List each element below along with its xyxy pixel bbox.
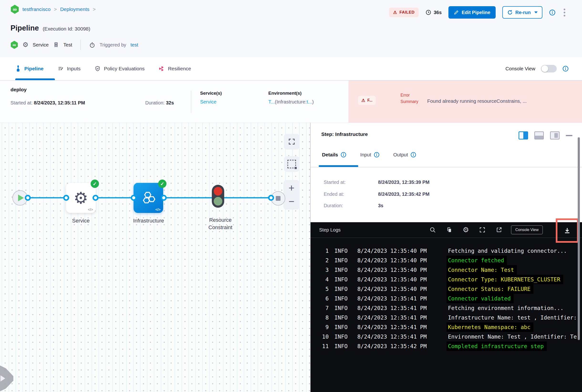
canvas-select-button[interactable] xyxy=(284,156,300,172)
triggered-by-user-link[interactable]: test xyxy=(131,42,138,48)
stage-summary: deploy Started at: 8/24/2023, 12:35:11 P… xyxy=(0,80,582,123)
console-view-toggle[interactable] xyxy=(541,65,557,72)
detail-duration-value: 3s xyxy=(378,203,383,208)
breadcrumb-separator: > xyxy=(54,6,57,12)
header: ∞ testfrancisco > Deployments > ⚠ FAILED… xyxy=(0,0,582,57)
log-line: 7INFO8/24/2023 12:35:41 PMFetching envir… xyxy=(311,303,582,313)
traffic-light-red xyxy=(214,187,222,196)
tab-inputs-label: Inputs xyxy=(67,66,81,72)
tab-details[interactable]: Details xyxy=(322,152,346,158)
code-badge: </> xyxy=(88,208,93,212)
stage-duration: Duration: 32s xyxy=(145,100,174,106)
resilience-chaos-icon xyxy=(158,66,165,72)
rerun-label: Re-run xyxy=(515,10,531,15)
breadcrumb-project-link[interactable]: testfrancisco xyxy=(23,6,51,12)
main-content: + − ⚙ </> ✓ Service xyxy=(0,123,582,392)
chevron-down-icon xyxy=(534,12,538,13)
code-badge: </> xyxy=(155,208,161,212)
console-view-label: Console View xyxy=(505,66,535,72)
layout-floating-button[interactable] xyxy=(550,132,559,140)
connector-port xyxy=(161,195,167,201)
tab-pipeline[interactable]: Pipeline xyxy=(15,65,44,72)
stage-duration-value: 32s xyxy=(166,100,174,106)
search-icon[interactable] xyxy=(429,226,436,233)
title-row: Pipeline (Execution Id: 30098) xyxy=(11,24,90,32)
zoom-out-button[interactable]: − xyxy=(289,196,295,206)
tab-resilience-label: Resilience xyxy=(168,66,191,72)
environments-block: Environment(s) T...(Infrastructure:t...) xyxy=(268,90,314,105)
log-console-view-button[interactable]: Console View xyxy=(511,225,543,234)
log-line: 1INFO8/24/2023 12:35:40 PMFetching and v… xyxy=(311,246,582,256)
log-fullscreen-icon[interactable] xyxy=(479,226,486,233)
tab-pipeline-label: Pipeline xyxy=(24,66,44,72)
step-detail-panel: Step: Infrastructure Details Input Outpu… xyxy=(310,123,582,392)
open-external-icon[interactable] xyxy=(496,226,502,233)
edit-pipeline-label: Edit Pipeline xyxy=(462,10,490,15)
tab-input[interactable]: Input xyxy=(360,152,379,158)
input-info-icon[interactable] xyxy=(374,152,379,158)
tab-policy-evaluations-label: Policy Evaluations xyxy=(104,66,145,72)
execution-tabbar: Pipeline Inputs Policy Evaluations Resil… xyxy=(0,57,582,80)
infrastructure-link[interactable]: t... xyxy=(307,99,312,104)
warning-icon: ⚠ xyxy=(393,10,397,14)
layout-split-bottom-button[interactable] xyxy=(534,132,544,140)
output-info-icon[interactable] xyxy=(410,152,416,158)
service-link[interactable]: Service xyxy=(200,99,216,104)
tab-input-label: Input xyxy=(360,152,371,158)
stage-started: Started at: 8/24/2023, 12:35:11 PM xyxy=(11,100,85,106)
node-resource-constraint[interactable] xyxy=(212,185,224,208)
download-logs-icon[interactable] xyxy=(563,227,571,234)
tab-inputs[interactable]: Inputs xyxy=(58,66,81,72)
marquee-select-icon xyxy=(287,160,296,168)
status-badge-label: FAILED xyxy=(399,10,415,15)
environments-label: Environment(s) xyxy=(268,90,314,96)
status-badge: ⚠ FAILED xyxy=(389,8,419,17)
detail-started-value: 8/24/2023, 12:35:39 PM xyxy=(378,180,430,185)
detail-duration-row: Duration: 3s xyxy=(324,203,343,208)
log-line: 2INFO8/24/2023 12:35:40 PMConnector fetc… xyxy=(311,256,582,265)
environment-link[interactable]: T... xyxy=(268,99,275,104)
panel-scrollbar-thumb[interactable] xyxy=(578,137,580,340)
pipeline-canvas[interactable]: + − ⚙ </> ✓ Service xyxy=(0,123,310,392)
step-panel-title: Step: Infrastructure xyxy=(321,132,368,137)
step-logs-panel: Step Logs ⚙ Console View 1INF xyxy=(311,222,582,392)
service-gear-icon: ⚙ xyxy=(23,42,28,48)
breadcrumb: ∞ testfrancisco > Deployments > xyxy=(11,5,96,14)
more-options-menu[interactable] xyxy=(562,7,567,18)
node-infrastructure-label: Infrastructure xyxy=(125,218,173,224)
breadcrumb-deployments-link[interactable]: Deployments xyxy=(60,6,90,12)
stage-divider xyxy=(191,90,191,113)
expand-panel-handle[interactable] xyxy=(0,364,13,392)
details-info-icon[interactable] xyxy=(341,152,346,158)
zoom-in-button[interactable]: + xyxy=(289,183,295,193)
layout-split-right-button[interactable] xyxy=(518,132,528,140)
log-line: 5INFO8/24/2023 12:35:40 PMConnector Stat… xyxy=(311,284,582,294)
copy-icon[interactable] xyxy=(446,226,453,233)
detail-started-row: Started at: 8/24/2023, 12:35:39 PM xyxy=(324,180,346,185)
rerun-button[interactable]: Re-run xyxy=(502,6,542,18)
toggle-knob xyxy=(541,65,548,72)
stage-name[interactable]: deploy xyxy=(11,87,27,92)
panel-layout-controls xyxy=(518,132,572,140)
tab-output[interactable]: Output xyxy=(393,152,416,158)
execution-meta-row: ∞ ⚙ Service Test Triggered by test xyxy=(11,40,138,50)
canvas-fullscreen-button[interactable] xyxy=(284,134,300,150)
edit-pipeline-button[interactable]: Edit Pipeline xyxy=(448,6,496,18)
pipeline-execution-page: ∞ testfrancisco > Deployments > ⚠ FAILED… xyxy=(0,0,582,392)
minimize-panel-button[interactable] xyxy=(566,135,572,136)
pipeline-icon xyxy=(15,65,21,72)
tab-policy-evaluations[interactable]: Policy Evaluations xyxy=(95,66,145,72)
log-settings-gear-icon[interactable]: ⚙ xyxy=(463,226,469,234)
page-title: Pipeline xyxy=(11,24,39,32)
console-view-info-icon[interactable] xyxy=(562,66,569,72)
error-summary-message: Found already running resourceConstrains… xyxy=(427,98,527,104)
node-service[interactable]: ⚙ </> ✓ xyxy=(66,183,96,213)
node-infrastructure[interactable]: </> ✓ xyxy=(134,183,163,213)
tab-resilience[interactable]: Resilience xyxy=(158,66,191,72)
service-gear-icon: ⚙ xyxy=(74,190,88,206)
elapsed-time: 36s xyxy=(425,9,441,16)
edge-start-service xyxy=(28,197,66,198)
info-icon[interactable] xyxy=(549,9,555,16)
step-tabs-separator xyxy=(311,167,582,168)
edge-infrastructure-constraint xyxy=(164,197,212,198)
